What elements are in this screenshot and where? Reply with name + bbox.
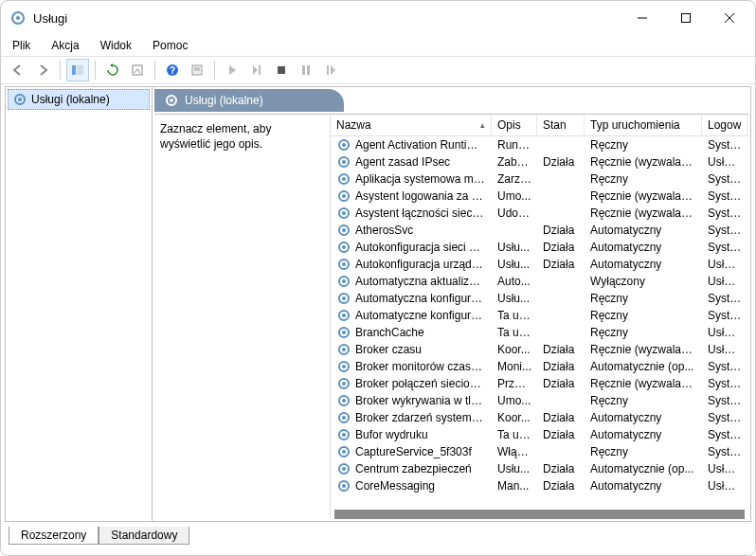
service-logon-cell: Usługa: [702, 478, 747, 493]
service-logon-cell: System: [702, 206, 747, 221]
svg-point-38: [342, 262, 346, 266]
service-desc-cell: Usłu...: [492, 291, 537, 306]
service-logon-cell: System: [702, 223, 747, 238]
svg-point-26: [342, 160, 346, 164]
service-start-cell: Wyłączony: [585, 274, 702, 289]
service-row[interactable]: Agent Activation Runtime_5f...Runti...Rę…: [331, 136, 748, 153]
service-desc-cell: Zarzą...: [492, 171, 537, 187]
stop-service-button[interactable]: [270, 59, 293, 81]
service-row[interactable]: Automatyczna aktualizacja s...Auto...Wył…: [331, 273, 748, 290]
service-row[interactable]: Broker monitorów czasu wyk...Moni...Dzia…: [331, 358, 748, 375]
svg-rect-7: [77, 65, 83, 75]
gear-icon: [336, 274, 351, 289]
service-status-cell: Działa: [537, 359, 585, 374]
menu-file[interactable]: Plik: [9, 37, 34, 54]
view-tabs: Rozszerzony Standardowy: [1, 524, 755, 547]
gear-icon: [336, 188, 351, 204]
service-name-cell: Asystent łączności sieciowej: [331, 205, 492, 222]
service-row[interactable]: Broker zdarzeń systemowychKoor...DziałaA…: [331, 409, 748, 426]
service-status-cell: Działa: [537, 478, 585, 493]
service-start-cell: Ręczny: [585, 325, 702, 340]
service-row[interactable]: Autokonfiguracja sieci WLANUsłu...Działa…: [331, 239, 748, 256]
service-row[interactable]: Bufor wydrukuTa usł...DziałaAutomatyczny…: [331, 426, 748, 443]
service-name-cell: Broker czasu: [331, 341, 492, 358]
service-start-cell: Ręcznie (wyzwalane...: [585, 206, 702, 221]
start-service-button[interactable]: [221, 59, 243, 81]
service-status-cell: [537, 144, 585, 146]
service-row[interactable]: Broker połączeń sieciowychPrzek...Działa…: [331, 375, 748, 392]
back-button[interactable]: [7, 59, 29, 81]
service-row[interactable]: CaptureService_5f303fWłąc...RęcznySystem: [331, 443, 748, 460]
svg-rect-3: [682, 14, 691, 23]
restart-service-button[interactable]: [319, 59, 342, 81]
service-status-cell: [537, 400, 585, 402]
menu-help[interactable]: Pomoc: [149, 37, 191, 54]
service-row[interactable]: Broker wykrywania w tle zap...Umo...Ręcz…: [331, 392, 748, 409]
service-row[interactable]: Asystent łączności sieciowejUdos...Ręczn…: [331, 205, 748, 222]
help-button[interactable]: ?: [161, 59, 184, 81]
service-row[interactable]: Automatyczne konfigurowa...Ta usł...Ręcz…: [331, 307, 748, 324]
skip-button[interactable]: [245, 59, 268, 81]
gear-icon: [336, 171, 351, 187]
service-status-cell: Działa: [537, 410, 585, 425]
service-logon-cell: Usługa: [702, 274, 747, 289]
forward-button[interactable]: [31, 59, 54, 81]
service-row[interactable]: AtherosSvcDziałaAutomatycznySystem: [331, 222, 748, 239]
minimize-button[interactable]: [621, 3, 664, 33]
titlebar[interactable]: Usługi: [1, 1, 755, 35]
service-name-cell: CoreMessaging: [331, 477, 492, 494]
service-logon-cell: Usługa: [702, 342, 747, 357]
properties-button[interactable]: [186, 59, 208, 81]
column-status[interactable]: Stan: [537, 115, 585, 135]
menu-view[interactable]: Widok: [97, 37, 135, 54]
service-row[interactable]: CoreMessagingMan...DziałaAutomatycznyUsł…: [331, 477, 748, 494]
list-body[interactable]: Agent Activation Runtime_5f...Runti...Rę…: [331, 136, 748, 508]
column-desc[interactable]: Opis: [492, 115, 537, 135]
detail-pane: Usługi (lokalne) Zaznacz element, aby wy…: [153, 87, 750, 521]
horizontal-scrollbar[interactable]: [334, 510, 745, 519]
service-name-cell: Autokonfiguracja urządzeń ...: [331, 256, 492, 273]
service-desc-cell: Umo...: [492, 393, 537, 408]
service-desc-cell: Włąc...: [492, 444, 537, 459]
service-row[interactable]: Broker czasuKoor...DziałaRęcznie (wyzwal…: [331, 341, 748, 358]
service-row[interactable]: Aplikacja systemowa model...Zarzą...Ręcz…: [331, 170, 748, 188]
column-logon[interactable]: Logow: [702, 115, 747, 135]
export-button[interactable]: [126, 59, 149, 81]
service-desc-cell: Auto...: [492, 274, 537, 289]
pause-service-button[interactable]: [295, 59, 317, 81]
service-status-cell: [537, 451, 585, 453]
service-start-cell: Automatyczny: [585, 240, 702, 255]
service-row[interactable]: BranchCacheTa usł...RęcznyUsługa: [331, 324, 748, 341]
gear-icon: [336, 325, 351, 340]
maximize-button[interactable]: [664, 3, 708, 33]
service-status-cell: [537, 280, 585, 282]
service-status-cell: Działa: [537, 257, 585, 272]
service-start-cell: Automatyczny: [585, 478, 702, 493]
service-row[interactable]: Asystent logowania za pom...Umo...Ręczni…: [331, 188, 748, 205]
service-name-cell: Broker monitorów czasu wyk...: [331, 358, 492, 375]
service-row[interactable]: Automatyczna konfiguracja ...Usłu...Ręcz…: [331, 290, 748, 307]
tab-standard[interactable]: Standardowy: [99, 527, 189, 545]
column-name[interactable]: Nazwa▴: [331, 115, 492, 135]
service-start-cell: Ręczny: [585, 444, 702, 459]
show-hide-tree-button[interactable]: [66, 59, 89, 81]
description-pane: Zaznacz element, aby wyświetlić jego opi…: [154, 115, 330, 519]
refresh-button[interactable]: [101, 59, 124, 81]
menubar: Plik Akcja Widok Pomoc: [1, 35, 755, 56]
tree-root-item[interactable]: Usługi (lokalne): [8, 89, 150, 110]
service-name-cell: Bufor wydruku: [331, 426, 492, 443]
close-button[interactable]: [708, 3, 751, 33]
svg-point-30: [342, 194, 346, 198]
service-row[interactable]: Agent zasad IPsecZabe...DziałaRęcznie (w…: [331, 153, 748, 170]
column-start[interactable]: Typ uruchomienia: [585, 115, 702, 135]
window-title: Usługi: [33, 11, 621, 26]
service-name-cell: Automatyczna aktualizacja s...: [331, 273, 492, 290]
service-row[interactable]: Centrum zabezpieczeńUsłu...DziałaAutomat…: [331, 460, 748, 477]
service-row[interactable]: Autokonfiguracja urządzeń ...Usłu...Dzia…: [331, 256, 748, 273]
service-name-cell: Centrum zabezpieczeń: [331, 460, 492, 477]
tab-extended[interactable]: Rozszerzony: [9, 527, 99, 545]
menu-action[interactable]: Akcja: [47, 37, 82, 54]
svg-point-22: [170, 99, 173, 102]
service-status-cell: Działa: [537, 342, 585, 357]
gear-icon: [336, 308, 351, 323]
